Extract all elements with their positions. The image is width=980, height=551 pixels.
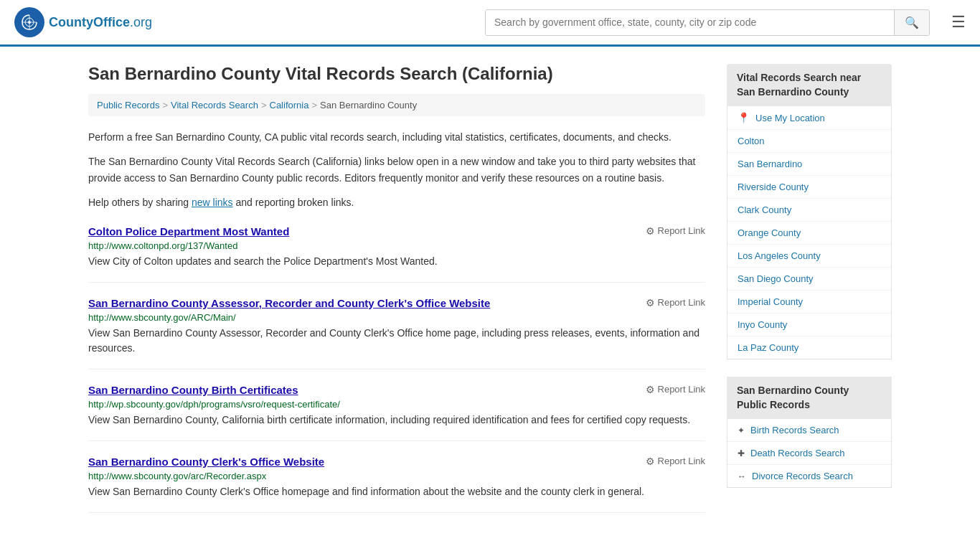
result-url-1: http://www.sbcounty.gov/ARC/Main/ <box>88 312 705 323</box>
results-container: ⚙ Report Link Colton Police Department M… <box>88 225 705 513</box>
new-links-link[interactable]: new links <box>192 197 233 208</box>
nearby-item-3[interactable]: Riverside County <box>727 176 891 199</box>
nearby-item-label-5: Orange County <box>738 227 801 238</box>
report-link-label-1: Report Link <box>658 297 705 308</box>
public-records-item-0[interactable]: ✦ Birth Records Search <box>727 419 891 442</box>
nearby-item-label-3: Riverside County <box>738 182 809 192</box>
pr-label-0: Birth Records Search <box>750 425 839 435</box>
report-link-1[interactable]: ⚙ Report Link <box>646 297 705 309</box>
description-3: Help others by sharing new links and rep… <box>88 194 705 210</box>
description-2: The San Bernardino County Vital Records … <box>88 154 705 186</box>
breadcrumb-california[interactable]: California <box>270 100 309 110</box>
logo-text: CountyOffice.org <box>49 15 152 30</box>
report-link-label-2: Report Link <box>658 384 705 395</box>
breadcrumb-vital-records[interactable]: Vital Records Search <box>171 100 258 110</box>
nearby-item-label-4: Clark County <box>738 204 791 215</box>
nearby-item-label-8: Imperial County <box>738 296 803 307</box>
result-desc-2: View San Bernardino County, California b… <box>88 413 705 428</box>
report-link-3[interactable]: ⚙ Report Link <box>646 456 705 467</box>
nearby-item-label-0: Use My Location <box>755 113 825 123</box>
nearby-item-label-6: Los Angeles County <box>738 250 821 261</box>
search-input[interactable] <box>486 10 894 35</box>
nearby-section: Vital Records Search near San Bernardino… <box>727 64 892 359</box>
report-icon-1: ⚙ <box>646 297 655 309</box>
nearby-item-label-2: San Bernardino <box>738 159 802 169</box>
report-link-label-0: Report Link <box>658 225 705 236</box>
result-desc-1: View San Bernardino County Assessor, Rec… <box>88 326 705 356</box>
public-records-header: San Bernardino County Public Records <box>727 377 892 419</box>
result-title-2[interactable]: San Bernardino County Birth Certificates <box>88 384 298 396</box>
pr-label-1: Death Records Search <box>750 448 845 458</box>
report-icon-0: ⚙ <box>646 225 655 237</box>
nearby-item-6[interactable]: Los Angeles County <box>727 245 891 268</box>
logo-icon <box>14 7 44 37</box>
nearby-item-label-10: La Paz County <box>738 342 798 353</box>
result-item: ⚙ Report Link San Bernardino County Birt… <box>88 384 705 441</box>
breadcrumb-public-records[interactable]: Public Records <box>97 100 159 110</box>
nearby-item-label-9: Inyo County <box>738 319 787 330</box>
menu-icon[interactable]: ☰ <box>951 13 966 32</box>
breadcrumb: Public Records > Vital Records Search > … <box>88 94 705 116</box>
nearby-header: Vital Records Search near San Bernardino… <box>727 64 892 106</box>
report-link-0[interactable]: ⚙ Report Link <box>646 225 705 237</box>
report-icon-2: ⚙ <box>646 384 655 395</box>
result-title-0[interactable]: Colton Police Department Most Wanted <box>88 225 289 237</box>
search-bar: 🔍 <box>485 9 930 36</box>
nearby-item-label-7: San Diego County <box>738 273 814 284</box>
search-button[interactable]: 🔍 <box>894 10 929 35</box>
description-1: Perform a free San Bernardino County, CA… <box>88 129 705 145</box>
nearby-list: 📍Use My LocationColtonSan BernardinoRive… <box>727 106 892 359</box>
nearby-item-4[interactable]: Clark County <box>727 199 891 222</box>
nearby-item-2[interactable]: San Bernardino <box>727 153 891 176</box>
report-link-label-3: Report Link <box>658 456 705 466</box>
result-url-0: http://www.coltonpd.org/137/Wanted <box>88 240 705 251</box>
breadcrumb-current: San Bernardino County <box>320 100 417 110</box>
public-records-item-1[interactable]: ✚ Death Records Search <box>727 442 891 465</box>
nearby-item-8[interactable]: Imperial County <box>727 291 891 314</box>
result-url-2: http://wp.sbcounty.gov/dph/programs/vsro… <box>88 399 705 410</box>
result-item: ⚙ Report Link Colton Police Department M… <box>88 225 705 283</box>
main-container: San Bernardino County Vital Records Sear… <box>74 47 906 530</box>
sidebar: Vital Records Search near San Bernardino… <box>727 64 892 513</box>
site-logo[interactable]: CountyOffice.org <box>14 7 152 37</box>
nearby-item-label-1: Colton <box>738 136 765 146</box>
nearby-item-10[interactable]: La Paz County <box>727 336 891 359</box>
public-records-item-2[interactable]: ↔ Divorce Records Search <box>727 465 891 487</box>
result-item: ⚙ Report Link San Bernardino County Asse… <box>88 297 705 369</box>
result-desc-0: View City of Colton updates and search t… <box>88 254 705 269</box>
pr-label-2: Divorce Records Search <box>752 471 853 481</box>
nearby-item-9[interactable]: Inyo County <box>727 314 891 336</box>
result-desc-3: View San Bernardino County Clerk's Offic… <box>88 484 705 499</box>
content-area: San Bernardino County Vital Records Sear… <box>88 64 705 513</box>
pr-icon-2: ↔ <box>738 471 746 481</box>
result-item: ⚙ Report Link San Bernardino County Cler… <box>88 456 705 513</box>
pr-icon-0: ✦ <box>738 425 745 435</box>
nearby-item-1[interactable]: Colton <box>727 130 891 153</box>
page-title: San Bernardino County Vital Records Sear… <box>88 64 705 84</box>
result-title-3[interactable]: San Bernardino County Clerk's Office Web… <box>88 456 324 468</box>
public-records-section: San Bernardino County Public Records ✦ B… <box>727 377 892 488</box>
location-icon: 📍 <box>738 112 750 123</box>
site-header: CountyOffice.org 🔍 ☰ <box>0 0 980 47</box>
use-my-location-item[interactable]: 📍Use My Location <box>727 106 891 130</box>
result-url-3: http://www.sbcounty.gov/arc/Recorder.asp… <box>88 471 705 481</box>
public-records-list: ✦ Birth Records Search ✚ Death Records S… <box>727 419 892 488</box>
report-link-2[interactable]: ⚙ Report Link <box>646 384 705 395</box>
nearby-item-5[interactable]: Orange County <box>727 222 891 245</box>
report-icon-3: ⚙ <box>646 456 655 467</box>
pr-icon-1: ✚ <box>738 448 745 458</box>
nearby-item-7[interactable]: San Diego County <box>727 268 891 291</box>
result-title-1[interactable]: San Bernardino County Assessor, Recorder… <box>88 297 490 309</box>
